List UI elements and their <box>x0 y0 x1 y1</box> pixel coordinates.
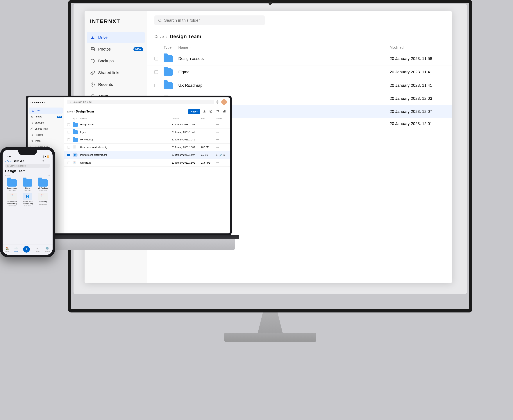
laptop-row-checkbox[interactable] <box>67 123 70 126</box>
svg-rect-47 <box>42 196 43 197</box>
laptop-sidebar-photos[interactable]: Photos NEW <box>28 114 64 120</box>
phone-list-view-icon[interactable]: ☰ <box>48 175 50 177</box>
svg-point-26 <box>74 147 75 147</box>
phone-screen: 12:11 ▐ ◀ 📶 < Drive INTERNXT ⋯ Search in… <box>3 150 52 255</box>
monitor-search-bar[interactable] <box>154 15 265 25</box>
sidebar-item-drive[interactable]: Drive <box>87 32 145 43</box>
table-row[interactable]: Components and tokens.fig 20 January 202… <box>64 143 230 151</box>
laptop-row-checkbox-checked[interactable]: ✓ <box>67 154 70 156</box>
file-name: Figma <box>178 70 390 75</box>
laptop-row-more[interactable]: ••• <box>216 146 227 149</box>
table-row-selected[interactable]: ✓ 👥 Internxt Send prototype.png 20 Janua… <box>64 151 230 159</box>
laptop-trash-label: Trash <box>35 140 41 142</box>
laptop-file-size: — <box>201 123 216 126</box>
laptop-row-more[interactable]: ••• <box>216 130 227 134</box>
laptop-file-name: Website.fig <box>80 162 172 164</box>
table-row[interactable]: UX Roadmap 20 January 2023. 11:41 <box>147 79 452 92</box>
phone-grid-item[interactable]: 👥 Internxt Send prototype.png 20/01/2023 <box>21 193 35 207</box>
sidebar-item-shared-links[interactable]: Shared links <box>85 67 147 79</box>
file-name: UX Roadmap <box>178 83 390 88</box>
laptop-row-more[interactable]: ••• <box>216 138 227 141</box>
laptop-sidebar-recents[interactable]: Recents <box>28 132 64 138</box>
laptop-sidebar-trash[interactable]: Trash <box>28 138 64 144</box>
download-button[interactable] <box>202 109 207 114</box>
settings-nav-icon: ⚙️ <box>45 247 49 250</box>
phone-add-button[interactable]: + <box>23 246 30 253</box>
phone-grid-item[interactable]: Figma 20/01/2023 <box>21 179 35 191</box>
new-button[interactable]: New + <box>188 109 200 114</box>
laptop-file-size: 20.9 MB <box>201 146 216 149</box>
table-row[interactable]: Website.fig 20 January 2023. 12:01 113.4… <box>64 159 230 166</box>
row-link-icon[interactable]: 🔗 <box>219 153 222 157</box>
laptop-row-more[interactable]: ••• <box>216 161 227 165</box>
phone-search-icon[interactable] <box>42 160 45 163</box>
laptop-row-more[interactable]: ••• <box>216 123 227 126</box>
sidebar-item-photos[interactable]: Photos NEW <box>85 43 147 55</box>
row-delete-icon[interactable]: 🗑 <box>223 153 225 157</box>
laptop-file-name: Internxt Send prototype.png <box>80 154 172 156</box>
phone-sort-label[interactable]: Name ↑ <box>5 175 11 177</box>
row-checkbox[interactable] <box>154 84 158 87</box>
phone-grid-item[interactable]: UX Roadmap 20/01/2023 <box>36 179 50 191</box>
laptop-share-file-icon: 👥 <box>73 153 78 157</box>
laptop-row-checkbox[interactable] <box>67 138 70 141</box>
svg-point-32 <box>74 162 75 163</box>
sidebar-item-recents[interactable]: Recents <box>85 79 147 90</box>
phone-grid-item[interactable]: Components and tokens.fig 20/01/2023 <box>5 193 19 207</box>
laptop-row-checkbox[interactable] <box>67 146 70 149</box>
laptop-breadcrumb-sep: › <box>74 110 75 113</box>
laptop-file-name: Figma <box>80 131 172 134</box>
file-modified: 20 January 2023. 12:07 <box>390 109 445 114</box>
laptop-photos-badge: NEW <box>57 116 62 118</box>
phone-search-bar[interactable]: Search in this folder <box>5 164 50 168</box>
phone-more-icon[interactable]: ⋯ <box>47 159 50 163</box>
sidebar-item-backups[interactable]: Backups <box>85 55 147 67</box>
edit-button[interactable] <box>208 109 214 114</box>
table-row[interactable]: Design assets 20 January 2023. 11:58 — •… <box>64 121 230 128</box>
laptop-sidebar-drive[interactable]: Drive <box>29 107 63 114</box>
table-row[interactable]: Figma 20 January 2023. 11:41 <box>147 65 452 79</box>
laptop-search-bar[interactable] <box>67 100 214 105</box>
monitor-table-header: Type Name ↑ Modified <box>147 43 452 52</box>
monitor-logo: INTERNXT <box>85 18 147 32</box>
phone-body: 12:11 ▐ ◀ 📶 < Drive INTERNXT ⋯ Search in… <box>0 147 55 257</box>
phone-nav-settings-label: Settings <box>45 250 50 252</box>
phone-nav-home[interactable]: 🏠 Home <box>5 247 9 252</box>
laptop-sidebar-backups[interactable]: Backups <box>28 120 64 126</box>
grid-view-button[interactable] <box>222 109 227 114</box>
settings-icon[interactable] <box>216 100 219 104</box>
laptop-file-modified: 20 January 2023. 12:01 <box>172 162 201 164</box>
phone-nav-drive[interactable]: ☁️ Drive <box>14 247 18 252</box>
folder-icon <box>164 55 173 62</box>
phone-item-name: Internxt Send prototype.png <box>22 201 33 205</box>
phone-nav-photos[interactable]: 🖼 Photos <box>35 247 39 252</box>
laptop-row-checkbox[interactable] <box>67 131 70 134</box>
monitor-search-input[interactable] <box>164 18 261 23</box>
delete-button[interactable] <box>215 109 220 114</box>
shared-links-icon <box>90 70 95 75</box>
phone-grid-item[interactable]: Website.fig 20/01/2023 <box>36 193 50 207</box>
svg-point-4 <box>159 19 161 22</box>
table-row[interactable]: Figma 20 January 2023. 11:41 — ••• <box>64 128 230 136</box>
col-modified: Modified <box>390 45 445 50</box>
laptop-col-actions: Actions <box>216 117 227 120</box>
svg-rect-11 <box>31 116 33 118</box>
row-checkbox[interactable] <box>154 70 158 74</box>
svg-point-46 <box>43 195 44 196</box>
laptop-sidebar-shared-links[interactable]: Shared links <box>28 126 64 132</box>
laptop-row-checkbox[interactable] <box>67 162 70 164</box>
phone-nav-settings[interactable]: ⚙️ Settings <box>45 247 50 252</box>
laptop-drive-label: Drive <box>36 109 41 112</box>
table-row[interactable]: UX Roadmap 20 January 2023. 11:41 — ••• <box>64 136 230 143</box>
laptop-search-input[interactable] <box>73 101 212 103</box>
phone-item-date: 20/01/2023 <box>24 205 31 207</box>
phone: 12:11 ▐ ◀ 📶 < Drive INTERNXT ⋯ Search in… <box>0 147 55 257</box>
row-checkbox[interactable] <box>154 57 158 60</box>
row-download-icon[interactable]: ⬇ <box>216 153 218 157</box>
phone-grid-item[interactable]: Design assets 20/01/2023 <box>5 179 19 191</box>
phone-back-button[interactable]: < Drive <box>5 160 12 162</box>
phone-nav-photos-label: Photos <box>35 250 39 252</box>
laptop-sharedlinks-label: Shared links <box>35 127 48 130</box>
table-row[interactable]: Design assets 20 January 2023. 11:58 <box>147 52 452 65</box>
laptop-folder-icon <box>73 138 78 142</box>
